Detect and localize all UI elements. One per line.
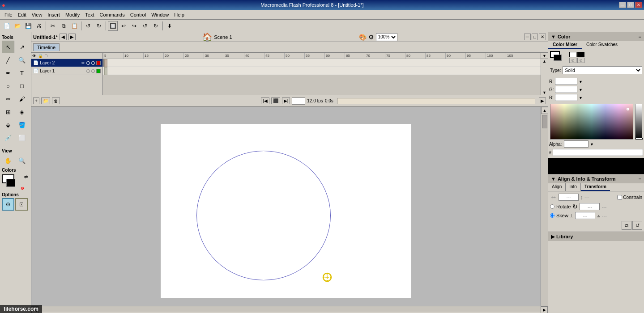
doc-close[interactable]: ✕	[539, 34, 546, 40]
b-input[interactable]: 0	[555, 94, 577, 101]
layer-row-1[interactable]: 📄 Layer 1	[31, 67, 102, 75]
r-input[interactable]: 0	[555, 78, 577, 85]
skew-h-input[interactable]	[575, 212, 595, 219]
menu-control[interactable]: Control	[128, 11, 149, 18]
library-header[interactable]: ▶ Library	[548, 232, 644, 241]
tool-inkbottle[interactable]: ⬙	[2, 118, 14, 131]
next-frame-btn[interactable]: ▶|	[282, 97, 290, 104]
add-folder-btn[interactable]: 📁	[41, 97, 50, 104]
snap-button[interactable]: 🔲	[108, 21, 118, 31]
import-button[interactable]: ⬇	[165, 21, 175, 31]
doc-minimize[interactable]: ─	[524, 34, 531, 40]
tool-pencil[interactable]: ✏	[2, 93, 14, 105]
g-input[interactable]: 0	[555, 86, 577, 93]
delete-layer-btn[interactable]: 🗑	[52, 97, 60, 104]
color-panel-menu-icon[interactable]: ≡	[639, 34, 641, 39]
menu-commands[interactable]: Commands	[97, 11, 127, 18]
alpha-input[interactable]: 100%	[564, 140, 589, 148]
paste-button[interactable]: 📋	[69, 21, 79, 31]
tool-zoom[interactable]: 🔍	[16, 154, 28, 167]
canvas-scroll-h[interactable]: ◀ ▶	[31, 306, 548, 313]
b-dropdown[interactable]: ▼	[579, 96, 582, 99]
no-stroke-btn[interactable]: ⊘	[569, 58, 576, 63]
timeline-scroll-up[interactable]: ▲	[542, 59, 546, 63]
fill-preview[interactable]	[554, 55, 562, 61]
canvas-scroll-v[interactable]: ▲ ▼	[541, 107, 548, 313]
layer-row-2[interactable]: 📄 Layer 2 ✏	[31, 59, 102, 67]
tool-brush[interactable]: 🖌	[16, 93, 28, 105]
hex-input[interactable]: 000000	[553, 149, 643, 156]
cut-button[interactable]: ✂	[48, 21, 58, 31]
option-snap-to-grid[interactable]: ⊡	[15, 198, 28, 211]
restore-button[interactable]: □	[627, 2, 634, 8]
ruler-scroll-arrow[interactable]: ▼	[541, 53, 548, 59]
align-panel-header[interactable]: ▼ Align & Info & Transform ≡	[548, 174, 644, 183]
stroke-icon-btn[interactable]	[569, 52, 576, 57]
tool-oval[interactable]: ○	[2, 80, 14, 92]
tool-rect[interactable]: □	[16, 80, 28, 92]
constrain-checkbox[interactable]	[617, 195, 622, 200]
tool-text[interactable]: T	[16, 67, 28, 79]
scroll-v-track[interactable]	[541, 114, 548, 306]
tab-info[interactable]: Info	[566, 183, 581, 191]
menu-view[interactable]: View	[29, 11, 45, 18]
tool-eraser[interactable]: ⬜	[16, 131, 28, 144]
color-panel-header[interactable]: ▼ Color ≡	[548, 32, 644, 41]
scroll-v-thumb[interactable]	[542, 115, 547, 128]
menu-window[interactable]: Window	[149, 11, 171, 18]
straighten-button[interactable]: ↪	[129, 21, 139, 31]
tool-subselect[interactable]: ↗	[16, 41, 28, 53]
smooth-button[interactable]: ↩	[119, 21, 128, 31]
scroll-h-track[interactable]	[38, 306, 541, 312]
skew-radio[interactable]	[550, 213, 554, 218]
redo-button[interactable]: ↻	[94, 21, 104, 31]
g-dropdown[interactable]: ▼	[579, 88, 582, 91]
tool-pen[interactable]: ✒	[2, 67, 14, 79]
no-color[interactable]: ⊘	[21, 186, 24, 190]
no-fill-btn[interactable]: ⊘	[577, 58, 584, 63]
timeline-scroll-down[interactable]: ▼	[542, 90, 546, 95]
doc-restore[interactable]: □	[532, 34, 538, 40]
tool-eyedropper[interactable]: 💉	[2, 131, 14, 144]
tool-paintbucket[interactable]: 🪣	[16, 118, 28, 131]
rotate-ccw-button[interactable]: ↺	[140, 21, 150, 31]
option-snap-to-objects[interactable]: ⊙	[2, 198, 14, 211]
menu-file[interactable]: File	[2, 11, 15, 18]
canvas-container[interactable]: ▲ ▼ ◀ ▶	[31, 107, 548, 313]
rotate-cw-button[interactable]: ↻	[151, 21, 161, 31]
align-panel-menu-icon[interactable]: ≡	[639, 176, 641, 182]
menu-text[interactable]: Text	[82, 11, 97, 18]
circle-object[interactable]	[196, 151, 331, 280]
open-button[interactable]: 📂	[13, 21, 22, 31]
fill-icon-btn[interactable]	[577, 52, 584, 57]
tool-hand[interactable]: ✋	[2, 154, 14, 167]
frame-number-input[interactable]: 1	[292, 97, 305, 105]
print-button[interactable]: 🖨	[34, 21, 44, 31]
tool-arrow[interactable]: ↖	[2, 41, 14, 53]
color-swatches-tab[interactable]: Color Swatches	[582, 41, 622, 49]
tab-transform[interactable]: Transform	[581, 183, 610, 191]
color-brightness-bar[interactable]	[635, 104, 642, 140]
color-type-select[interactable]: Solid Linear Radial Bitmap	[563, 66, 642, 74]
doc-nav-forward[interactable]: ▶	[68, 34, 76, 40]
color-mixer-tab[interactable]: Color Mixer	[548, 41, 582, 49]
zoom-select[interactable]: 100% 50% 200%	[376, 33, 397, 41]
new-button[interactable]: 📄	[2, 21, 12, 31]
play-btn[interactable]: ⬛	[271, 97, 280, 104]
menu-edit[interactable]: Edit	[15, 11, 29, 18]
menu-insert[interactable]: Insert	[45, 11, 63, 18]
rotate-radio[interactable]	[550, 204, 554, 209]
add-layer-btn[interactable]: +	[33, 97, 39, 104]
alpha-dropdown[interactable]: ▼	[590, 142, 593, 146]
close-button[interactable]: ✕	[635, 2, 642, 8]
prev-frame-btn[interactable]: |◀	[261, 97, 269, 104]
timeline-scroll-right[interactable]: ▶	[539, 97, 546, 104]
tool-line[interactable]: ╱	[2, 54, 14, 66]
fill-color[interactable]	[6, 179, 15, 187]
stage[interactable]	[161, 124, 411, 298]
width-input[interactable]	[559, 194, 579, 201]
stage-canvas[interactable]	[31, 107, 541, 306]
copy-button[interactable]: ⧉	[59, 21, 68, 31]
timeline-scroll-track[interactable]	[337, 98, 535, 104]
undo-button[interactable]: ↺	[83, 21, 93, 31]
